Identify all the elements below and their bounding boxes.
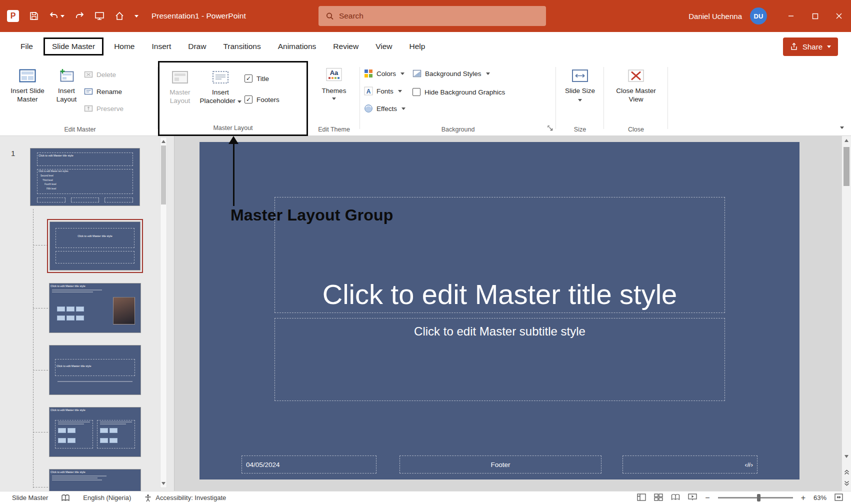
tab-help[interactable]: Help <box>401 38 434 55</box>
effects-chevron-icon <box>402 108 406 110</box>
zoom-slider[interactable] <box>718 497 793 498</box>
share-label: Share <box>802 42 822 51</box>
thumbnail-scrollbar[interactable] <box>160 137 167 488</box>
thumbnail-title-layout-selected[interactable]: Click to edit Master title style <box>47 219 143 273</box>
tab-transitions[interactable]: Transitions <box>214 38 269 55</box>
slide-sorter-icon <box>654 494 663 501</box>
search-input[interactable] <box>339 12 539 20</box>
powerpoint-logo-icon[interactable]: P <box>7 10 19 22</box>
subtitle-placeholder[interactable]: Click to edit Master subtitle style <box>274 318 725 401</box>
mini-content-icons <box>57 305 86 313</box>
thumbnail-master[interactable]: Click to edit Master title style Click t… <box>30 148 140 206</box>
undo-button[interactable] <box>49 11 64 21</box>
minimize-button[interactable] <box>779 0 803 32</box>
dialog-launcher-icon <box>547 125 554 132</box>
language-button[interactable]: English (Nigeria) <box>83 494 131 502</box>
effects-button[interactable]: Effects <box>364 102 406 115</box>
colors-button[interactable]: Colors <box>364 67 406 80</box>
hide-background-graphics-row[interactable]: Hide Background Graphics <box>412 86 505 98</box>
normal-view-button[interactable] <box>637 494 646 502</box>
colors-chevron-icon <box>400 72 404 75</box>
share-button[interactable]: Share <box>783 38 838 56</box>
slide-number-placeholder[interactable]: ‹#› <box>622 456 758 474</box>
insert-slide-master-button[interactable]: Insert Slide Master <box>6 63 49 124</box>
master-layout-button: Master Layout <box>164 64 196 123</box>
undo-dropdown-chevron-icon[interactable] <box>60 15 64 18</box>
scrollbar-thumb[interactable] <box>844 147 850 186</box>
save-button[interactable] <box>29 11 39 21</box>
thumbnail-layout-2[interactable]: Click to edit Master title style <box>49 283 141 333</box>
annotation-arrow-line <box>233 143 234 206</box>
avatar[interactable]: DU <box>750 8 767 24</box>
mini-content-icons <box>57 314 86 322</box>
previous-slide-button[interactable] <box>843 468 850 476</box>
insert-layout-button[interactable]: Insert Layout <box>49 63 84 124</box>
slideshow-view-button[interactable] <box>688 494 697 502</box>
background-styles-button[interactable]: Background Styles <box>412 67 505 80</box>
tab-slide-master[interactable]: Slide Master <box>44 38 104 56</box>
scroll-down-icon[interactable] <box>162 482 166 485</box>
scroll-up-icon[interactable] <box>162 140 166 143</box>
next-slide-button[interactable] <box>843 480 850 487</box>
fonts-button[interactable]: A Fonts <box>364 84 406 98</box>
title-checkbox-row[interactable]: ✓ Title <box>244 72 280 86</box>
start-slideshow-button[interactable] <box>94 11 104 21</box>
tab-file[interactable]: File <box>12 38 42 55</box>
insert-placeholder-button[interactable]: Insert Placeholder <box>196 64 244 123</box>
fit-to-window-button[interactable] <box>834 494 843 502</box>
insert-layout-icon <box>58 68 74 84</box>
background-dialog-launcher[interactable] <box>547 125 554 133</box>
spellcheck-button[interactable] <box>61 494 70 502</box>
zoom-level[interactable]: 63% <box>814 494 826 502</box>
title-checkbox[interactable]: ✓ <box>244 74 252 82</box>
footer-placeholder[interactable]: Footer <box>400 456 602 474</box>
zoom-in-button[interactable]: + <box>801 494 806 502</box>
scroll-down-icon[interactable] <box>844 455 848 458</box>
footers-checkbox[interactable]: ✓ <box>244 96 252 104</box>
maximize-button[interactable] <box>803 0 827 32</box>
mini-body-line: Second level <box>38 174 132 178</box>
date-placeholder[interactable]: 04/05/2024 <box>242 456 376 474</box>
fonts-label: Fonts <box>376 88 394 95</box>
close-master-view-button[interactable]: Close Master View <box>611 63 661 124</box>
footers-checkbox-row[interactable]: ✓ Footers <box>244 92 280 106</box>
tab-insert[interactable]: Insert <box>144 38 180 55</box>
rename-button[interactable]: Rename <box>84 85 124 98</box>
slide-number-label: 1 <box>11 149 15 158</box>
zoom-out-button[interactable]: − <box>705 494 710 502</box>
home-button[interactable] <box>114 11 124 21</box>
hide-background-graphics-checkbox[interactable] <box>412 88 420 96</box>
thumbnail-layout-4[interactable]: Click to edit Master title style <box>49 407 141 457</box>
slide-canvas: Click to edit Master title style Click t… <box>174 136 851 491</box>
hide-background-graphics-label: Hide Background Graphics <box>424 88 505 96</box>
tab-home[interactable]: Home <box>106 38 143 55</box>
fonts-icon: A <box>364 86 373 96</box>
scroll-up-icon[interactable] <box>844 139 848 142</box>
tab-view[interactable]: View <box>367 38 400 55</box>
search-bar[interactable] <box>318 6 546 26</box>
slide-sorter-view-button[interactable] <box>654 494 663 502</box>
collapse-ribbon-button[interactable] <box>840 122 844 130</box>
slide-size-button[interactable]: Slide Size <box>564 63 596 124</box>
customize-quick-access-button[interactable] <box>134 15 138 18</box>
user-name[interactable]: Daniel Uchenna <box>688 12 742 20</box>
close-button[interactable] <box>827 0 851 32</box>
slide[interactable]: Click to edit Master title style Click t… <box>200 142 800 480</box>
thumbnail-layout-5[interactable]: Click to edit Master title style <box>49 469 141 491</box>
redo-button[interactable] <box>74 11 84 21</box>
thumbnail-layout-3[interactable]: Click to edit Master title style <box>49 345 141 395</box>
reading-view-icon <box>671 494 680 501</box>
save-icon <box>29 11 39 21</box>
tab-draw[interactable]: Draw <box>180 38 214 55</box>
close-master-view-label: Close Master View <box>611 87 661 104</box>
canvas-scrollbar[interactable] <box>842 136 851 491</box>
reading-view-button[interactable] <box>671 494 680 502</box>
home-icon <box>114 11 124 21</box>
themes-button[interactable]: Aa Themes <box>314 63 354 124</box>
scrollbar-thumb[interactable] <box>161 146 166 204</box>
zoom-slider-thumb[interactable] <box>757 494 760 502</box>
accessibility-button[interactable]: Accessibility: Investigate <box>144 494 226 502</box>
effects-icon <box>364 104 373 113</box>
tab-animations[interactable]: Animations <box>270 38 325 55</box>
tab-review[interactable]: Review <box>324 38 367 55</box>
